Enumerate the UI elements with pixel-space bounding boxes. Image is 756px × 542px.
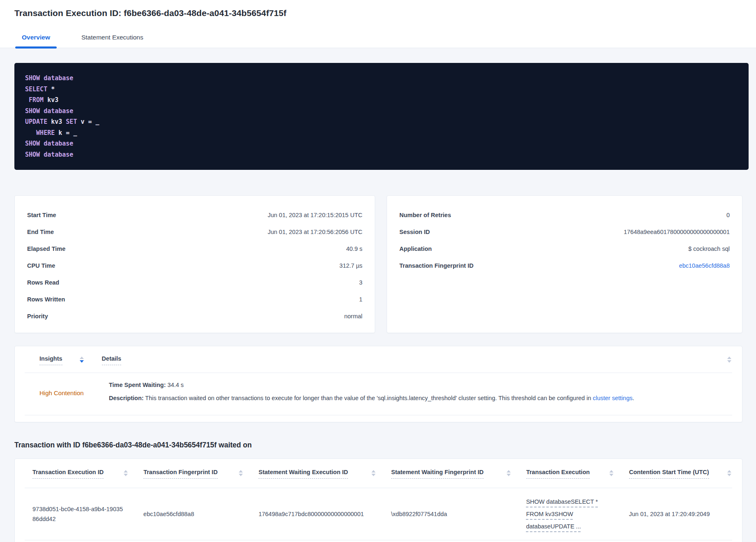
transaction-fingerprint-link[interactable]: ebc10ae56cfd88a8 [679, 262, 730, 269]
stat-label: Session ID [399, 229, 430, 235]
stat-label: Start Time [27, 212, 56, 218]
insights-column-header[interactable]: Insights [39, 355, 62, 365]
insight-row: High Contention Time Spent Waiting: 34.4… [25, 373, 732, 415]
sort-control[interactable] [727, 470, 731, 476]
stat-value: 1 [359, 296, 362, 303]
sort-asc-icon [727, 470, 731, 473]
column-header-label[interactable]: Transaction Execution ID [32, 469, 104, 479]
sort-desc-icon [507, 474, 511, 476]
insight-details: Time Spent Waiting: 34.4 s Description: … [109, 380, 731, 407]
stat-row-rows-read: Rows Read 3 [27, 274, 362, 291]
cell-statement-waiting-execution-id: 176498a9c717bdc80000000000000001 [258, 509, 391, 519]
column-header-label[interactable]: Statement Waiting Fingerprint ID [391, 469, 484, 479]
column-header-transaction-execution-id: Transaction Execution ID [32, 469, 143, 479]
execution-stats-card: Start Time Jun 01, 2023 at 17:20:15:2015… [14, 195, 375, 333]
divider [25, 415, 732, 415]
stat-row-elapsed-time: Elapsed Time 40.9 s [27, 240, 362, 257]
waited-on-table: Transaction Execution ID Transaction Fin… [14, 459, 742, 542]
cluster-settings-link[interactable]: cluster settings [593, 395, 633, 401]
tab-overview[interactable]: Overview [14, 30, 58, 48]
sort-asc-icon [609, 470, 613, 473]
waited-on-heading: Transaction with ID f6be6366-da03-48de-a… [14, 441, 742, 449]
cell-statement-waiting-fingerprint-id: \xdb8922f077541dda [391, 509, 526, 519]
details-column-header[interactable]: Details [102, 355, 122, 365]
table-row: 9738d051-bc0e-4158-a9b4-1903586ddd42 ebc… [25, 488, 732, 540]
sort-asc-icon [727, 357, 731, 359]
stat-row-end-time: End Time Jun 01, 2023 at 17:20:56:2056 U… [27, 223, 362, 240]
page-title: Transaction Execution ID: f6be6366-da03-… [14, 8, 742, 18]
stat-label: Elapsed Time [27, 246, 65, 252]
cell-transaction-execution-id: 9738d051-bc0e-4158-a9b4-1903586ddd42 [32, 504, 143, 524]
column-header-statement-waiting-fingerprint-id: Statement Waiting Fingerprint ID [391, 469, 526, 479]
active-tab-underline [15, 46, 57, 49]
stat-value: 3 [359, 279, 362, 286]
stat-row-session-id: Session ID 17648a9eea6017800000000000000… [399, 223, 730, 240]
column-header-label[interactable]: Contention Start Time (UTC) [629, 469, 709, 479]
column-header-label[interactable]: Statement Waiting Execution ID [258, 469, 348, 479]
insights-header-row: Insights Details [25, 346, 732, 373]
stat-row-transaction-fingerprint-id: Transaction Fingerprint ID ebc10ae56cfd8… [399, 257, 730, 274]
stat-row-rows-written: Rows Written 1 [27, 291, 362, 308]
session-info-card: Number of Retries 0 Session ID 17648a9ee… [387, 195, 742, 333]
stat-label: Number of Retries [399, 212, 451, 218]
sort-desc-icon [727, 360, 731, 363]
stat-label: Application [399, 246, 432, 252]
sort-control[interactable] [239, 470, 243, 476]
stat-row-retries: Number of Retries 0 [399, 206, 730, 223]
insights-card: Insights Details High Contention Time Sp… [14, 346, 742, 422]
stat-value: $ cockroach sql [688, 246, 730, 252]
sort-desc-icon [124, 474, 128, 476]
column-header-transaction-execution: Transaction Execution [526, 469, 629, 479]
description-label: Description: [109, 395, 144, 401]
description-suffix: . [632, 395, 634, 401]
column-header-statement-waiting-execution-id: Statement Waiting Execution ID [258, 469, 391, 479]
time-spent-waiting-label: Time Spent Waiting: [109, 382, 166, 388]
stat-row-priority: Priority normal [27, 308, 362, 324]
stat-row-cpu-time: CPU Time 312.7 µs [27, 257, 362, 274]
transaction-execution-link[interactable]: SHOW databaseSELECT * FROM kv3SHOW datab… [526, 498, 598, 530]
stat-row-application: Application $ cockroach sql [399, 240, 730, 257]
stat-value: 17648a9eea6017800000000000000001 [624, 229, 730, 235]
stat-value: Jun 01, 2023 at 17:20:56:2056 UTC [267, 229, 362, 235]
description-text: This transaction waited on other transac… [144, 395, 593, 401]
sort-control[interactable] [124, 470, 128, 476]
stat-value: 40.9 s [346, 246, 363, 252]
stat-label: Rows Written [27, 296, 65, 303]
stat-label: Rows Read [27, 279, 59, 286]
stat-value: 312.7 µs [339, 262, 362, 269]
sort-control[interactable] [609, 470, 613, 476]
stat-label: Priority [27, 313, 48, 320]
column-header-transaction-fingerprint-id: Transaction Fingerprint ID [143, 469, 258, 479]
stat-label: Transaction Fingerprint ID [399, 262, 473, 269]
tab-statement-executions[interactable]: Statement Executions [74, 30, 151, 48]
sort-asc-icon [80, 357, 84, 359]
tab-bar: Overview Statement Executions [0, 30, 756, 48]
tab-statement-executions-label: Statement Executions [81, 34, 143, 41]
column-header-label[interactable]: Transaction Execution [526, 469, 590, 479]
tab-overview-label: Overview [22, 34, 50, 41]
sort-control[interactable] [507, 470, 511, 476]
stat-row-start-time: Start Time Jun 01, 2023 at 17:20:15:2015… [27, 206, 362, 223]
sort-desc-icon [727, 474, 731, 476]
insights-right-sort-control[interactable] [727, 357, 731, 363]
stat-label: CPU Time [27, 262, 55, 269]
cell-transaction-execution: SHOW databaseSELECT * FROM kv3SHOW datab… [526, 496, 629, 533]
sort-asc-icon [371, 470, 376, 473]
sort-desc-icon [609, 474, 613, 476]
sort-asc-icon [239, 470, 243, 473]
sort-desc-icon [371, 474, 376, 476]
insights-sort-control[interactable] [80, 357, 84, 363]
stat-value: 0 [726, 212, 730, 218]
sort-asc-icon [507, 470, 511, 473]
time-spent-waiting-value: 34.4 s [166, 382, 184, 388]
stat-value: normal [344, 313, 362, 320]
column-header-contention-start-time: Contention Start Time (UTC) [629, 469, 732, 479]
sort-asc-icon [124, 470, 128, 473]
time-spent-waiting-line: Time Spent Waiting: 34.4 s [109, 380, 731, 389]
cell-contention-start-time: Jun 01, 2023 at 17:20:49:2049 [629, 509, 732, 519]
page-header: Transaction Execution ID: f6be6366-da03-… [0, 0, 756, 18]
summary-cards-row: Start Time Jun 01, 2023 at 17:20:15:2015… [14, 195, 742, 333]
column-header-label[interactable]: Transaction Fingerprint ID [143, 469, 217, 479]
page-content: SHOW databaseSELECT * FROM kv3SHOW datab… [0, 48, 756, 542]
sort-control[interactable] [371, 470, 376, 476]
